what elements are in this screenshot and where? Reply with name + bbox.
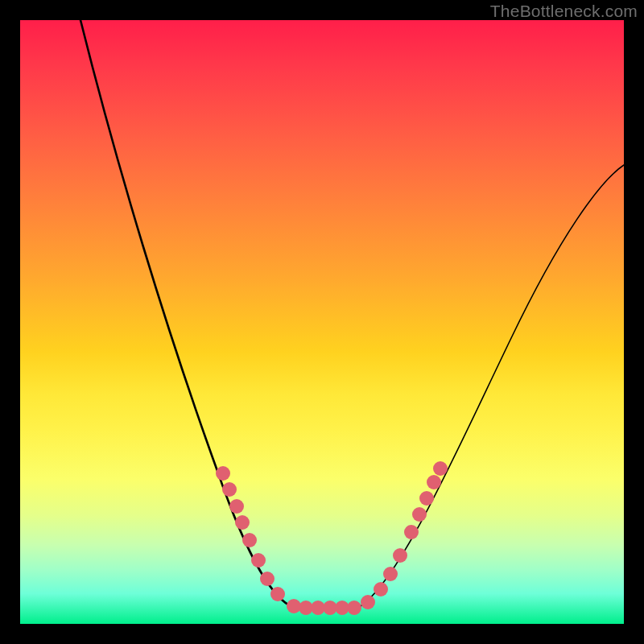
data-marker — [260, 572, 275, 586]
data-marker — [427, 475, 441, 489]
data-marker — [347, 601, 361, 615]
curve-right — [358, 165, 624, 608]
data-marker — [216, 466, 230, 481]
curves-group — [80, 20, 624, 608]
data-marker — [270, 587, 285, 601]
plot-area — [20, 20, 624, 624]
watermark-text: TheBottleneck.com — [490, 2, 638, 21]
data-marker — [235, 515, 250, 530]
data-marker — [361, 595, 375, 609]
markers-group — [216, 461, 448, 615]
data-marker — [374, 582, 388, 597]
data-marker — [393, 548, 407, 563]
data-marker — [229, 499, 244, 514]
chart-svg — [20, 20, 624, 624]
data-marker — [383, 567, 398, 581]
curve-left — [80, 20, 294, 608]
data-marker — [419, 491, 434, 506]
data-marker — [404, 525, 419, 539]
data-marker — [222, 482, 237, 497]
data-marker — [242, 533, 257, 547]
chart-stage: TheBottleneck.com — [0, 0, 644, 644]
data-marker — [433, 461, 448, 476]
data-marker — [412, 507, 427, 522]
data-marker — [251, 553, 266, 568]
